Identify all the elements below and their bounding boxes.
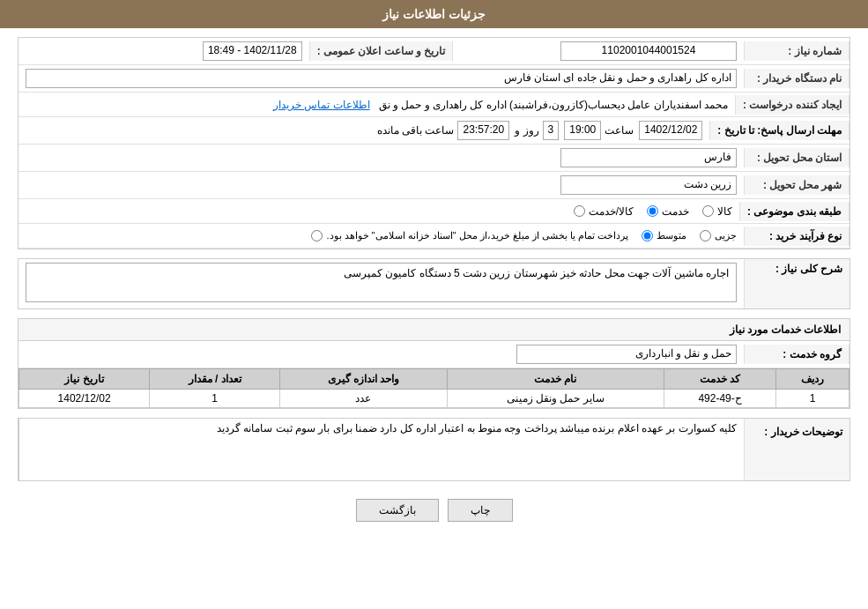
cell-nam: سایر حمل ونقل زمینی [447, 390, 664, 408]
shahr-box: زرین دشت [560, 175, 737, 195]
ijad-konande-value: محمد اسفندیاران عامل دیحساب(کازرون،فراشب… [19, 95, 735, 115]
mohlat-time-label: ساعت [605, 124, 634, 137]
radio-motavaset-label: متوسط [657, 230, 686, 241]
sharh-value-area: اجاره ماشین آلات جهت محل حادثه خیز شهرست… [19, 259, 744, 308]
ostan-value: فارس [19, 145, 744, 171]
radio-khadamat: خدمت [647, 205, 689, 218]
mohlat-rooz-box: 3 [543, 121, 560, 140]
radio-pardakht: پرداخت تمام یا بخشی از مبلغ خرید،از محل … [311, 230, 628, 241]
shahr-row: شهر محل تحویل : زرین دشت [19, 172, 849, 199]
col-vahed: واحد اندازه گیری [280, 369, 448, 390]
tozihat-body: توضیحات خریدار : کلیه کسوارت بر عهده اعل… [19, 419, 849, 480]
tarikh-aalan-box: 1402/11/28 - 18:49 [203, 41, 302, 61]
radio-pardakht-input[interactable] [311, 230, 323, 241]
radio-kala-label: کالا [717, 205, 732, 218]
goroh-khadamat-row: گروه خدمت : حمل و نقل و انبارداری [19, 341, 849, 368]
nam-dastgah-label: نام دستگاه خریدار : [744, 69, 849, 88]
col-radif: ردیف [776, 369, 849, 390]
nam-dastgah-box: اداره کل راهداری و حمل و نقل جاده ای است… [26, 69, 737, 88]
nam-dastgah-row: نام دستگاه خریدار : اداره کل راهداری و ح… [19, 65, 849, 93]
ostan-box: فارس [560, 148, 737, 167]
mohlat-time-box: 19:00 [564, 121, 601, 140]
tabaghebandi-options: کالا خدمت کالا/خدمت [19, 202, 739, 221]
sharh-body: شرح کلی نیاز : اجاره ماشین آلات جهت محل … [19, 259, 849, 308]
sharh-textarea[interactable]: اجاره ماشین آلات جهت محل حادثه خیز شهرست… [26, 263, 737, 302]
ostan-label: استان محل تحویل : [744, 148, 849, 167]
header-title: جزئیات اطلاعات نیاز [382, 7, 486, 21]
cell-vahed: عدد [280, 390, 448, 408]
back-button[interactable]: بازگشت [356, 499, 439, 522]
mohlat-remaining-box: 23:57:20 [457, 121, 509, 140]
cell-kod: ح-49-492 [664, 390, 776, 408]
shomara-niaz-value: 1102001044001524 [453, 38, 744, 64]
col-tedad: تعداد / مقدار [150, 369, 280, 390]
goroh-khadamat-label: گروه خدمت : [744, 345, 849, 364]
tabaghebandi-row: طبقه بندی موضوعی : کالا خدمت کالا/خدمت [19, 199, 849, 224]
radio-kala-khadamat-input[interactable] [574, 205, 585, 217]
radio-khadamat-input[interactable] [647, 205, 658, 217]
goroh-khadamat-value: حمل و نقل و انبارداری [19, 341, 744, 368]
tozihat-label: توضیحات خریدار : [744, 419, 849, 480]
cell-tarikh: 1402/12/02 [19, 390, 150, 408]
col-nam: نام خدمت [447, 369, 664, 390]
shomara-niaz-label: شماره نیاز : [744, 41, 849, 61]
mohlat-rooz-item: 3 روز و [515, 121, 559, 140]
mohlat-remaining-label: ساعت باقی مانده [377, 124, 455, 137]
tozihat-textarea[interactable]: کلیه کسوارت بر عهده اعلام برنده میباشد پ… [19, 419, 744, 480]
noye-farayand-label: نوع فرآیند خرید : [744, 227, 849, 246]
radio-pardakht-label: پرداخت تمام یا بخشی از مبلغ خرید،از محل … [326, 230, 628, 241]
sharh-section: شرح کلی نیاز : اجاره ماشین آلات جهت محل … [18, 258, 850, 309]
shahr-value: زرین دشت [19, 172, 744, 198]
page-header: جزئیات اطلاعات نیاز [0, 0, 868, 28]
radio-motavaset: متوسط [642, 230, 686, 241]
mohlat-time-item: ساعت 19:00 [564, 121, 634, 140]
tarikh-aalan-label: تاریخ و ساعت اعلان عمومی : [309, 41, 454, 61]
cell-radif: 1 [776, 390, 849, 408]
radio-kala: کالا [702, 205, 732, 218]
mohlat-row: مهلت ارسال پاسخ: تا تاریخ : 1402/12/02 س… [19, 117, 849, 145]
col-tarikh: تاریخ نیاز [19, 369, 150, 390]
ostan-row: استان محل تحویل : فارس [19, 145, 849, 172]
radio-jozi-label: جزیی [715, 230, 737, 241]
khadamat-header: اطلاعات خدمات مورد نیاز [19, 319, 849, 341]
tarikh-aalan-value: 1402/11/28 - 18:49 [19, 38, 309, 64]
ijad-konande-row: ایجاد کننده درخواست : محمد اسفندیاران عا… [19, 93, 849, 117]
noye-farayand-options: جزیی متوسط پرداخت تمام یا بخشی از مبلغ خ… [19, 227, 744, 245]
goroh-khadamat-box: حمل و نقل و انبارداری [516, 345, 737, 364]
main-form-section: شماره نیاز : 1102001044001524 تاریخ و سا… [18, 37, 850, 249]
print-button[interactable]: چاپ [448, 499, 513, 522]
mohlat-remaining-item: 23:57:20 ساعت باقی مانده [377, 121, 509, 140]
ijad-konande-label: ایجاد کننده درخواست : [735, 95, 849, 115]
shomara-niaz-box: 1102001044001524 [560, 41, 737, 61]
cell-tedad: 1 [150, 390, 280, 408]
button-row: چاپ بازگشت [18, 490, 850, 531]
noye-farayand-row: نوع فرآیند خرید : جزیی متوسط پرداخت تمام… [19, 224, 849, 249]
table-row: 1ح-49-492سایر حمل ونقل زمینیعدد11402/12/… [19, 390, 849, 408]
radio-kala-khadamat-label: کالا/خدمت [589, 205, 634, 218]
radio-jozi: جزیی [700, 230, 737, 241]
nam-dastgah-value: اداره کل راهداری و حمل و نقل جاده ای است… [19, 65, 744, 92]
shahr-label: شهر محل تحویل : [744, 175, 849, 195]
sharh-label: شرح کلی نیاز : [744, 259, 849, 308]
ijad-konande-text: محمد اسفندیاران عامل دیحساب(کازرون،فراشب… [379, 99, 728, 111]
tabaghebandi-label: طبقه بندی موضوعی : [739, 202, 849, 221]
mohlat-value: 1402/12/02 ساعت 19:00 3 روز و 23:57:20 س… [19, 117, 709, 144]
mohlat-label: مهلت ارسال پاسخ: تا تاریخ : [709, 121, 849, 140]
tozihat-section: توضیحات خریدار : کلیه کسوارت بر عهده اعل… [18, 418, 850, 481]
radio-jozi-input[interactable] [700, 230, 711, 241]
radio-kala-input[interactable] [702, 205, 714, 217]
shomara-niaz-row: شماره نیاز : 1102001044001524 تاریخ و سا… [19, 38, 849, 65]
ettelaat-tamas-link[interactable]: اطلاعات تماس خریدار [273, 99, 370, 111]
col-kod: کد خدمت [664, 369, 776, 390]
radio-motavaset-input[interactable] [642, 230, 653, 241]
mohlat-rooz-label: روز و [515, 124, 538, 137]
radio-kala-khadamat: کالا/خدمت [574, 205, 634, 218]
service-table: ردیف کد خدمت نام خدمت واحد اندازه گیری ت… [19, 368, 849, 408]
radio-khadamat-label: خدمت [662, 205, 689, 218]
mohlat-date-box: 1402/12/02 [639, 121, 702, 140]
service-table-wrapper: ردیف کد خدمت نام خدمت واحد اندازه گیری ت… [19, 368, 849, 408]
khadamat-section: اطلاعات خدمات مورد نیاز گروه خدمت : حمل … [18, 318, 850, 409]
